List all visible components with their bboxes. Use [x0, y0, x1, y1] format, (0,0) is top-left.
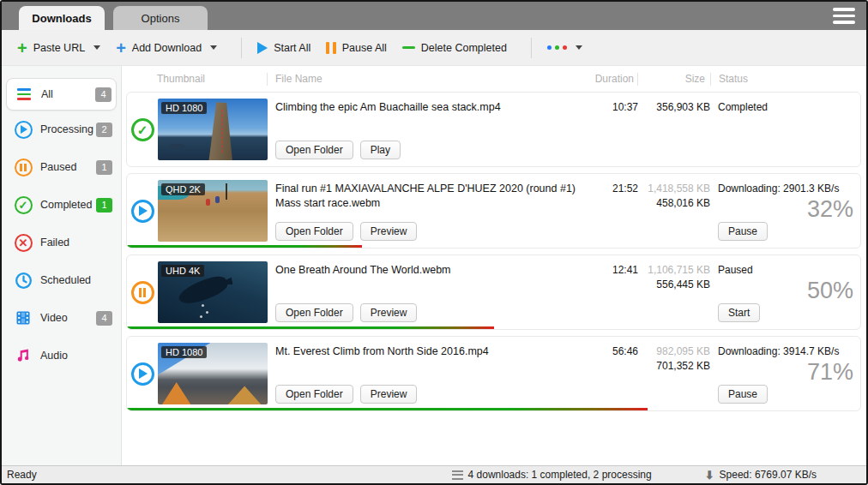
count-badge: 4 [96, 311, 112, 326]
downloads-panel: Thumbnail File Name Duration Size Status… [122, 66, 866, 465]
play-circle-icon [131, 362, 154, 386]
toolbar-separator [241, 38, 242, 58]
open-folder-button[interactable]: Open Folder [275, 303, 353, 322]
dots-icon [547, 45, 567, 50]
sidebar-item-all[interactable]: All 4 [6, 78, 117, 111]
sidebar-item-label: Completed [40, 199, 96, 211]
pause-button[interactable]: Pause [718, 385, 768, 404]
play-icon [257, 42, 268, 54]
count-badge: 4 [95, 87, 112, 102]
status-bar: Ready 4 downloads: 1 completed, 2 proces… [2, 465, 866, 483]
delete-completed-button[interactable]: Delete Completed [399, 39, 510, 57]
chevron-down-icon[interactable] [210, 45, 217, 50]
sidebar-item-label: Audio [40, 350, 112, 362]
size-total: 982,095 KB [638, 345, 710, 357]
chevron-down-icon[interactable] [93, 45, 100, 50]
sidebar-item-paused[interactable]: Paused 1 [2, 148, 121, 186]
sidebar-item-failed[interactable]: ✕ Failed [2, 224, 121, 261]
add-download-label: Add Download [132, 42, 202, 54]
sidebar-item-label: All [41, 88, 95, 100]
status-text: Downloading: 2901.3 KB/s [718, 183, 853, 195]
pause-button[interactable]: Pause [718, 222, 768, 241]
open-folder-button[interactable]: Open Folder [275, 385, 353, 404]
x-circle-icon: ✕ [14, 233, 33, 252]
thumbnail-image: QHD 2K [158, 180, 268, 242]
progress-percent: 50% [807, 278, 853, 304]
open-folder-button[interactable]: Open Folder [275, 141, 353, 159]
tab-options[interactable]: Options [113, 6, 208, 30]
duration-value: 12:41 [588, 255, 638, 329]
sidebar: All 4 Processing 2 Paused 1 ✓ [2, 66, 122, 465]
file-name: Climbing the epic Am Buachaille sea stac… [275, 100, 585, 115]
size-downloaded: 701,352 KB [638, 360, 710, 372]
column-thumbnail: Thumbnail [157, 73, 267, 85]
quality-badge: HD 1080 [161, 346, 207, 358]
content-area: All 4 Processing 2 Paused 1 ✓ [2, 66, 866, 465]
tab-downloads[interactable]: Downloads [19, 6, 105, 30]
duration-value: 21:52 [588, 174, 638, 248]
preview-button[interactable]: Preview [360, 222, 418, 241]
pause-all-button[interactable]: Pause All [322, 39, 390, 57]
start-all-button[interactable]: Start All [254, 39, 314, 57]
column-file-name: File Name [268, 73, 588, 85]
sidebar-item-video[interactable]: Video 4 [2, 299, 121, 337]
preview-button[interactable]: Preview [360, 303, 418, 322]
paste-url-button[interactable]: + Paste URL [14, 39, 104, 57]
sidebar-item-label: Scheduled [40, 274, 112, 286]
duration-value: 10:37 [588, 93, 638, 166]
thumbnail-image: HD 1080 [158, 99, 268, 160]
sidebar-item-scheduled[interactable]: Scheduled [2, 261, 121, 299]
list-icon [452, 470, 463, 480]
progress-bar [127, 245, 362, 248]
size-total: 1,106,715 KB [638, 264, 710, 276]
down-arrow-icon: ⬇ [705, 470, 714, 481]
check-circle-icon: ✓ [131, 118, 154, 141]
duration-value: 56:46 [588, 337, 638, 410]
film-icon [14, 308, 33, 327]
more-options-button[interactable] [544, 42, 586, 53]
thumbnail-image: HD 1080 [158, 343, 268, 404]
open-folder-button[interactable]: Open Folder [275, 222, 353, 241]
pause-circle-icon [131, 281, 154, 304]
size-downloaded: 458,016 KB [638, 197, 710, 209]
paste-url-label: Paste URL [33, 42, 85, 54]
sidebar-item-processing[interactable]: Processing 2 [2, 111, 121, 148]
file-name: Final run #1 MAXIAVALANCHE ALPE D'HUEZ 2… [275, 182, 585, 211]
start-button[interactable]: Start [718, 303, 760, 322]
toolbar: + Paste URL + Add Download Start All Pau… [2, 30, 866, 66]
status-text: Paused [718, 264, 853, 276]
thumbnail-image: UHD 4K [158, 261, 268, 323]
downloads-list: ✓ HD 1080 Climbing the epic Am Buachaill… [122, 90, 866, 465]
toolbar-separator [531, 38, 532, 58]
play-circle-icon [14, 120, 33, 139]
quality-badge: HD 1080 [161, 102, 207, 114]
plus-icon: + [17, 42, 27, 54]
tab-bar: Downloads Options [2, 2, 866, 30]
column-duration: Duration [588, 73, 637, 85]
add-download-button[interactable]: + Add Download [112, 39, 220, 57]
download-row[interactable]: UHD 4K One Breath Around The World.webm … [126, 254, 861, 330]
sidebar-item-audio[interactable]: Audio [2, 337, 121, 374]
preview-button[interactable]: Preview [360, 385, 418, 404]
downloads-summary: 4 downloads: 1 completed, 2 processing [452, 469, 652, 481]
plus-icon: + [116, 42, 126, 54]
download-row[interactable]: HD 1080 Mt. Everest Climb from North Sid… [126, 336, 861, 411]
sidebar-item-label: Processing [40, 123, 96, 135]
download-row[interactable]: QHD 2K Final run #1 MAXIAVALANCHE ALPE D… [126, 173, 861, 248]
hamburger-menu-icon[interactable] [833, 8, 855, 24]
play-button[interactable]: Play [360, 141, 401, 159]
downloads-summary-text: 4 downloads: 1 completed, 2 processing [468, 469, 652, 481]
status-text: Completed [718, 101, 853, 113]
download-row[interactable]: ✓ HD 1080 Climbing the epic Am Buachaill… [126, 92, 861, 167]
status-ready: Ready [7, 469, 452, 481]
speed-indicator: ⬇ Speed: 6769.07 KB/s [705, 469, 817, 481]
sidebar-item-completed[interactable]: ✓ Completed 1 [2, 186, 121, 224]
size-total: 1,418,558 KB [638, 183, 710, 195]
size-downloaded: 556,445 KB [638, 278, 710, 290]
play-circle-icon [131, 200, 154, 223]
chevron-down-icon[interactable] [576, 45, 582, 50]
pause-icon [326, 42, 336, 54]
progress-bar [127, 326, 494, 329]
minus-icon [402, 46, 415, 50]
pause-all-label: Pause All [342, 42, 387, 54]
